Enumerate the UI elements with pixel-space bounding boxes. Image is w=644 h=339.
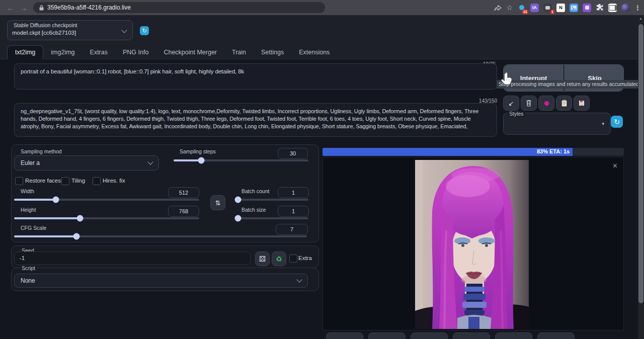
prompt-input[interactable]: portrait of a beautiful [woman::0.1] rob…: [14, 63, 497, 90]
checkpoint-label: Stable Diffusion checkpoint: [12, 22, 78, 28]
extension-icon-notion[interactable]: N: [556, 4, 565, 12]
tiling-label: Tiling: [71, 178, 85, 184]
sampling-method-value: Euler a: [21, 159, 40, 166]
gallery-button[interactable]: [326, 332, 363, 339]
gallery-button[interactable]: [368, 332, 406, 339]
width-value[interactable]: 512: [168, 187, 199, 198]
sampling-method-label: Sampling method: [19, 148, 63, 154]
chevron-down-icon: [121, 27, 127, 33]
width-label: Width: [19, 188, 36, 194]
close-icon[interactable]: ×: [613, 162, 617, 170]
address-bar[interactable]: 359e5b9a-a5ff-4216.gradio.live: [33, 2, 325, 13]
clipboard-icon: [561, 100, 567, 107]
checkpoint-refresh-button[interactable]: ↻: [140, 26, 149, 35]
interrupt-tooltip: Stop processing images and return any re…: [497, 80, 644, 89]
tab-png-info[interactable]: PNG Info: [115, 46, 156, 59]
bookmark-star-icon[interactable]: ☆: [506, 4, 513, 12]
tab-img2img[interactable]: img2img: [43, 46, 82, 59]
browser-menu-icon[interactable]: ⋮: [634, 4, 641, 12]
script-label: Script: [20, 265, 37, 271]
batch-size-label: Batch size: [240, 207, 267, 213]
script-dropdown[interactable]: None: [14, 274, 308, 288]
gallery-button[interactable]: [411, 332, 448, 339]
extension-icon-blue-dot[interactable]: 21: [517, 4, 526, 12]
reuse-seed-button[interactable]: ♻: [272, 251, 286, 266]
page-scrollbar[interactable]: ▲: [638, 15, 644, 339]
image-preview-panel: ×: [323, 157, 624, 330]
cfg-scale-slider[interactable]: [14, 235, 307, 237]
clear-prompt-button[interactable]: [521, 96, 537, 111]
gallery-actions-row: [326, 332, 575, 339]
styles-dropdown[interactable]: Styles ▾: [503, 113, 611, 135]
generated-image[interactable]: [415, 160, 529, 329]
extra-seed-label: Extra: [298, 255, 312, 261]
extension-icon-image[interactable]: [570, 4, 578, 12]
trash-icon: [526, 100, 532, 107]
gallery-button[interactable]: [453, 332, 490, 339]
tab-settings[interactable]: Settings: [254, 46, 291, 59]
restore-faces-label: Restore faces: [25, 178, 61, 184]
lock-icon: [39, 5, 44, 11]
extension-badge: 1: [550, 10, 554, 14]
height-label: Height: [19, 207, 37, 213]
checkpoint-dropdown[interactable]: Stable Diffusion checkpoint model.ckpt […: [7, 20, 133, 40]
negative-prompt-input[interactable]: ng_deepnegative_v1_75t, (worst quality, …: [14, 103, 497, 137]
extra-seed-checkbox[interactable]: [289, 255, 297, 263]
tab-checkpoint-merger[interactable]: Checkpoint Merger: [156, 46, 224, 59]
styles-refresh-button[interactable]: ↻: [611, 116, 623, 128]
gallery-button[interactable]: [537, 332, 575, 339]
refresh-icon: ↻: [142, 27, 147, 34]
gallery-button[interactable]: [495, 332, 532, 339]
tab-txt2img[interactable]: txt2img: [7, 45, 43, 59]
tab-train[interactable]: Train: [224, 46, 254, 59]
cfg-scale-value[interactable]: 7: [276, 224, 308, 235]
hires-fix-checkbox[interactable]: [93, 177, 101, 185]
extension-icon-ia[interactable]: IA: [530, 4, 539, 12]
seed-value: -1: [20, 255, 25, 261]
progress-bar: 83% ETA: 1s: [323, 148, 624, 156]
tiling-checkbox[interactable]: [61, 177, 69, 185]
paste-generation-params-button[interactable]: ↙: [503, 96, 519, 111]
extension-icon-camera[interactable]: 1: [543, 4, 552, 12]
batch-size-value[interactable]: 1: [278, 206, 309, 217]
script-value: None: [21, 277, 35, 284]
hires-fix-label: Hires. fix: [103, 178, 125, 184]
save-style-button[interactable]: [574, 96, 590, 111]
height-value[interactable]: 768: [168, 206, 199, 217]
scrollbar-up-arrow[interactable]: ▲: [639, 17, 642, 20]
url-text: 359e5b9a-a5ff-4216.gradio.live: [47, 4, 131, 11]
height-slider[interactable]: [14, 217, 199, 219]
random-seed-button[interactable]: ⚄: [255, 251, 270, 266]
restore-faces-checkbox[interactable]: [15, 177, 23, 185]
sampling-method-dropdown[interactable]: Euler a: [14, 155, 159, 171]
extra-networks-button[interactable]: [538, 96, 554, 111]
batch-size-slider[interactable]: [235, 217, 308, 219]
main-tabs: txt2img img2img Extras PNG Info Checkpoi…: [7, 45, 337, 59]
width-slider[interactable]: [14, 199, 199, 201]
extension-icon-purple[interactable]: [583, 4, 591, 12]
floppy-save-icon: [579, 100, 585, 106]
recycle-icon: ♻: [276, 255, 282, 263]
arrow-sw-icon: ↙: [509, 100, 514, 107]
tab-extensions[interactable]: Extensions: [291, 46, 337, 59]
cfg-scale-label: CFG Scale: [19, 225, 48, 231]
styles-label: Styles: [508, 111, 525, 117]
sampling-steps-value[interactable]: 30: [278, 148, 308, 159]
swap-width-height-button[interactable]: ⇅: [210, 195, 225, 210]
seed-input[interactable]: -1: [14, 251, 251, 265]
tab-extras[interactable]: Extras: [83, 46, 115, 59]
chevron-down-icon: ▾: [602, 121, 604, 126]
scrollbar-thumb[interactable]: [638, 24, 643, 303]
forward-icon[interactable]: →: [17, 4, 30, 12]
screen: ← → ↻ 359e5b9a-a5ff-4216.gradio.live ☆ 2…: [0, 0, 644, 339]
extensions-puzzle-icon[interactable]: [596, 4, 604, 12]
sampling-steps-slider[interactable]: [174, 159, 308, 161]
apply-styles-button[interactable]: [556, 96, 572, 111]
chevron-down-icon: [296, 277, 302, 282]
batch-count-slider[interactable]: [235, 199, 308, 201]
sidebar-panel-icon[interactable]: [608, 4, 617, 12]
profile-avatar[interactable]: [621, 4, 630, 12]
batch-count-value[interactable]: 1: [278, 187, 309, 198]
back-icon[interactable]: ←: [4, 4, 17, 12]
share-icon[interactable]: [494, 5, 502, 11]
